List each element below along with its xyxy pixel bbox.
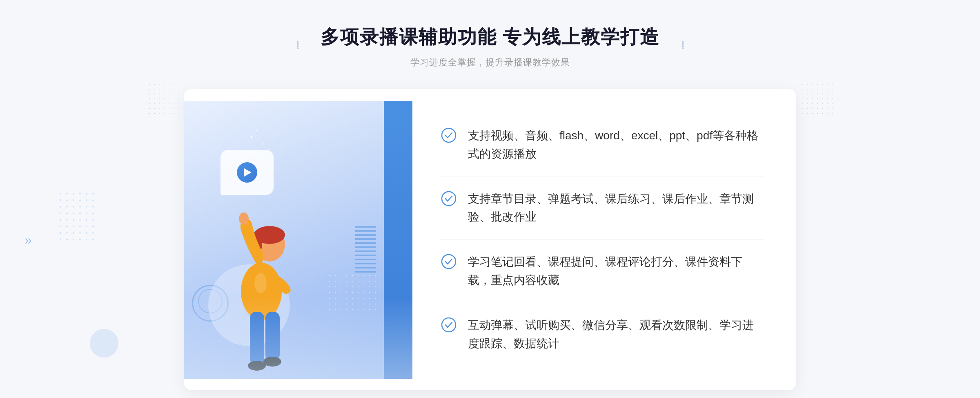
sparkle-icon-1: ✦	[249, 134, 254, 140]
svg-point-10	[442, 128, 456, 142]
dots-decoration-right	[800, 82, 833, 114]
feature-text-4: 互动弹幕、试听购买、微信分享、观看次数限制、学习进度跟踪、数据统计	[468, 316, 764, 353]
check-icon-2	[441, 191, 457, 206]
sparkle-icon-3: ✦	[255, 129, 258, 132]
feature-item-3: 学习笔记回看、课程提问、课程评论打分、课件资料下载，重点内容收藏	[441, 240, 764, 303]
check-icon-3	[441, 254, 457, 269]
main-title: 多项录播课辅助功能 专为线上教学打造	[321, 25, 660, 50]
feature-text-1: 支持视频、音频、flash、word、excel、ppt、pdf等各种格式的资源…	[468, 127, 764, 163]
header-section: 多项录播课辅助功能 专为线上教学打造 学习进度全掌握，提升录播课教学效果	[321, 25, 660, 69]
sub-title: 学习进度全掌握，提升录播课教学效果	[321, 56, 660, 69]
bottom-glow	[184, 297, 412, 379]
svg-point-12	[442, 255, 456, 268]
svg-point-9	[254, 273, 267, 293]
feature-list: 支持视频、音频、flash、word、excel、ppt、pdf等各种格式的资源…	[441, 114, 764, 366]
right-content: 支持视频、音频、flash、word、excel、ppt、pdf等各种格式的资源…	[412, 89, 796, 390]
small-circle-blue	[90, 329, 118, 358]
chevron-left-outside: »	[24, 233, 32, 248]
svg-point-4	[239, 212, 249, 225]
content-area: ✦ ✦ ✦	[184, 89, 796, 390]
left-illustration: ✦ ✦ ✦	[184, 101, 412, 379]
feature-text-2: 支持章节目录、弹题考试、课后练习、课后作业、章节测验、批改作业	[468, 190, 764, 227]
svg-point-11	[442, 192, 456, 206]
svg-point-13	[442, 318, 456, 332]
page-container: 多项录播课辅助功能 专为线上教学打造 学习进度全掌握，提升录播课教学效果 ✦ ✦…	[0, 0, 980, 398]
check-icon-1	[441, 127, 457, 143]
check-icon-4	[441, 317, 457, 333]
feature-item-4: 互动弹幕、试听购买、微信分享、观看次数限制、学习进度跟踪、数据统计	[441, 303, 764, 366]
dots-outside-left	[57, 190, 98, 244]
feature-text-3: 学习笔记回看、课程提问、课程评论打分、课件资料下载，重点内容收藏	[468, 253, 764, 290]
dots-decoration-left	[147, 82, 180, 114]
stripe-bar	[355, 224, 376, 273]
feature-item-2: 支持章节目录、弹题考试、课后练习、课后作业、章节测验、批改作业	[441, 177, 764, 240]
feature-item-1: 支持视频、音频、flash、word、excel、ppt、pdf等各种格式的资源…	[441, 114, 764, 177]
sparkle-icon-2: ✦	[261, 142, 265, 146]
